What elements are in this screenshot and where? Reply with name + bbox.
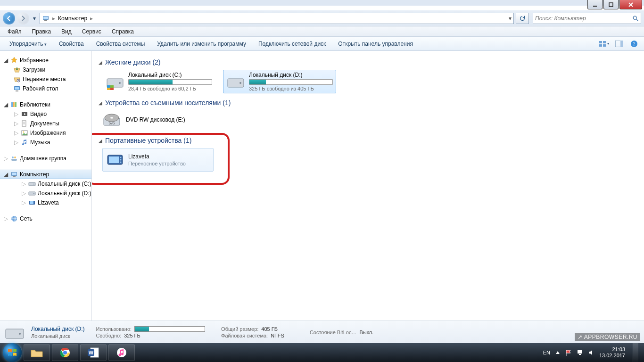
portable-sub: Переносное устройство: [128, 161, 210, 166]
start-button[interactable]: [3, 343, 22, 362]
cmd-system-properties[interactable]: Свойства системы: [91, 39, 151, 49]
taskbar-explorer[interactable]: [24, 344, 50, 361]
drive-tile-c[interactable]: Локальный диск (C:) 28,4 ГБ свободно из …: [102, 70, 215, 93]
dvd-drive-item[interactable]: DVD DVD RW дисковод (E:): [102, 110, 637, 129]
tray-clock[interactable]: 21:03 13.02.2017: [599, 346, 625, 359]
refresh-button[interactable]: [516, 13, 529, 24]
collapse-icon[interactable]: ◢: [3, 102, 8, 107]
svg-point-58: [120, 157, 122, 158]
nav-back-button[interactable]: [3, 12, 15, 25]
section-hard-drives[interactable]: ◢ Жесткие диски (2): [99, 58, 637, 66]
tree-pictures[interactable]: ▷ Изображения: [0, 128, 91, 138]
svg-point-69: [117, 348, 126, 357]
cmd-properties[interactable]: Свойства: [53, 39, 90, 49]
menu-help[interactable]: Справка: [107, 27, 139, 36]
svg-rect-19: [15, 87, 19, 90]
cmd-uninstall-program[interactable]: Удалить или изменить программу: [151, 39, 252, 49]
nav-forward-button[interactable]: [17, 12, 29, 25]
content-pane: ◢ Жесткие диски (2) Локальный диск (C:) …: [92, 51, 644, 321]
windows-logo-icon: [7, 347, 18, 358]
search-input[interactable]: [535, 15, 629, 22]
expand-icon[interactable]: ▷: [21, 181, 26, 187]
expand-icon[interactable]: ▷: [3, 156, 8, 161]
taskbar-itunes[interactable]: [108, 344, 135, 361]
tray-network-icon[interactable]: [577, 349, 583, 356]
svg-rect-6: [44, 20, 47, 21]
drive-free-text: 28,4 ГБ свободно из 60,2 ГБ: [128, 86, 212, 91]
tree-videos[interactable]: ▷ Видео: [0, 109, 91, 119]
collapse-icon[interactable]: ◢: [99, 138, 102, 143]
tree-downloads[interactable]: Загрузки: [0, 65, 91, 74]
tree-lizaveta[interactable]: ▷ Lizaveta: [0, 198, 91, 207]
svg-point-32: [14, 156, 16, 158]
menu-edit[interactable]: Правка: [27, 27, 56, 36]
tree-drive-d[interactable]: ▷ Локальный диск (D:): [0, 189, 91, 198]
expand-icon[interactable]: ▷: [13, 130, 19, 136]
tray-flag-icon[interactable]: [565, 349, 572, 356]
show-desktop-button[interactable]: [633, 343, 638, 362]
address-bar[interactable]: ▸ Компьютер ▸ ▾: [40, 13, 514, 24]
tree-libraries[interactable]: ◢ Библиотеки: [0, 100, 91, 109]
section-portable[interactable]: ◢ Портативные устройства (1): [99, 137, 637, 144]
addr-dropdown-icon[interactable]: ▾: [509, 15, 512, 22]
tree-label: Загрузки: [23, 66, 45, 73]
menu-view[interactable]: Вид: [57, 27, 76, 36]
cmd-map-network-drive[interactable]: Подключить сетевой диск: [253, 39, 331, 49]
tree-drive-c[interactable]: ▷ Локальный диск (C:): [0, 179, 91, 189]
svg-point-59: [120, 159, 122, 161]
tree-label: Локальный диск (D:): [38, 190, 91, 197]
svg-text:W: W: [89, 350, 94, 355]
tree-homegroup[interactable]: ▷ Домашняя группа: [0, 154, 91, 163]
cmd-open-control-panel[interactable]: Открыть панель управления: [332, 39, 419, 49]
svg-rect-21: [11, 102, 13, 107]
drive-icon: [5, 323, 25, 341]
collapse-icon[interactable]: ◢: [3, 172, 8, 177]
menu-tools[interactable]: Сервис: [77, 27, 106, 36]
expand-icon[interactable]: ▷: [13, 140, 19, 145]
menu-file[interactable]: Файл: [3, 27, 26, 36]
expand-icon[interactable]: ▷: [21, 190, 26, 196]
tree-documents[interactable]: ▷ Документы: [0, 119, 91, 128]
tree-label: Музыка: [30, 139, 50, 146]
tray-volume-icon[interactable]: [588, 349, 594, 356]
tree-network[interactable]: ▷ Сеть: [0, 214, 91, 223]
close-button[interactable]: [619, 0, 642, 9]
portable-device-icon: [28, 199, 36, 206]
taskbar-chrome[interactable]: [52, 344, 78, 361]
view-options-button[interactable]: ▾: [598, 39, 610, 49]
collapse-icon[interactable]: ◢: [3, 58, 8, 63]
help-button[interactable]: ?: [628, 39, 640, 49]
preview-pane-button[interactable]: [613, 39, 625, 49]
tray-language[interactable]: EN: [543, 350, 550, 355]
svg-point-7: [633, 16, 636, 19]
svg-rect-25: [22, 121, 26, 126]
svg-rect-10: [603, 41, 606, 43]
tree-recent[interactable]: Недавние места: [0, 74, 91, 84]
svg-rect-9: [599, 41, 602, 43]
tree-favorites[interactable]: ◢ Избранное: [0, 56, 91, 65]
tree-label: Lizaveta: [38, 199, 59, 206]
titlebar: [0, 0, 644, 6]
system-tray: EN 21:03 13.02.2017: [543, 343, 641, 362]
cmd-organize[interactable]: Упорядочить: [4, 39, 52, 49]
expand-icon[interactable]: ▷: [21, 200, 26, 206]
expand-icon[interactable]: ▷: [3, 216, 8, 222]
tray-show-hidden-icon[interactable]: [555, 349, 561, 356]
maximize-button[interactable]: [603, 0, 619, 9]
tree-computer[interactable]: ◢ Компьютер: [0, 170, 91, 179]
tree-desktop[interactable]: Рабочий стол: [0, 84, 91, 93]
search-box[interactable]: [533, 13, 641, 24]
svg-point-38: [33, 184, 34, 185]
collapse-icon[interactable]: ◢: [99, 100, 102, 106]
expand-icon[interactable]: ▷: [13, 111, 19, 117]
minimize-button[interactable]: [587, 0, 603, 9]
breadcrumb-root[interactable]: Компьютер: [58, 15, 87, 22]
portable-device-tile[interactable]: Lizaveta Переносное устройство: [102, 148, 214, 172]
tree-music[interactable]: ▷ Музыка: [0, 138, 91, 147]
collapse-icon[interactable]: ◢: [99, 60, 102, 65]
taskbar-word[interactable]: W: [80, 344, 107, 361]
nav-history-dropdown[interactable]: ▾: [31, 15, 38, 22]
section-removable[interactable]: ◢ Устройства со съемными носителями (1): [99, 99, 637, 107]
drive-tile-d[interactable]: Локальный диск (D:) 325 ГБ свободно из 4…: [223, 70, 336, 93]
expand-icon[interactable]: ▷: [13, 121, 19, 126]
